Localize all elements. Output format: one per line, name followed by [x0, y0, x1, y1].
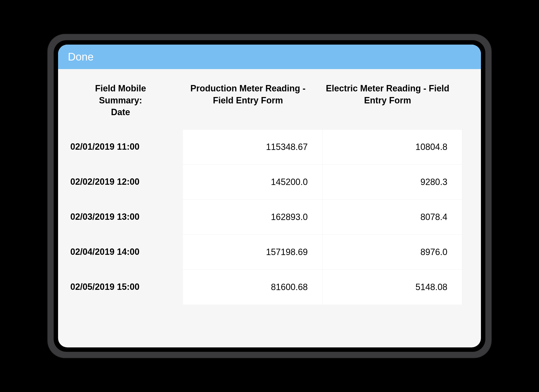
tablet-screen: Done Field Mobile Summary: Date Producti… — [58, 45, 481, 347]
navigation-bar: Done — [58, 45, 481, 69]
date-cell: 02/02/2019 12:00 — [58, 164, 183, 199]
electric-cell: 8976.0 — [323, 234, 462, 270]
header-date-line2: Summary: — [99, 95, 142, 105]
table-row[interactable]: 02/02/2019 12:00 145200.0 9280.3 — [58, 164, 481, 199]
table-header-row: Field Mobile Summary: Date Production Me… — [58, 69, 481, 129]
table-row[interactable]: 02/01/2019 11:00 115348.67 10804.8 — [58, 129, 481, 164]
table-body[interactable]: 02/01/2019 11:00 115348.67 10804.8 02/02… — [58, 129, 481, 347]
electric-cell: 9280.3 — [323, 164, 462, 199]
column-header-production: Production Meter Reading - Field Entry F… — [183, 83, 313, 106]
done-button[interactable]: Done — [68, 51, 94, 63]
date-cell: 02/01/2019 11:00 — [58, 129, 183, 164]
header-date-line3: Date — [111, 107, 130, 117]
column-header-date: Field Mobile Summary: Date — [65, 83, 176, 118]
tablet-bezel: Done Field Mobile Summary: Date Producti… — [54, 40, 485, 352]
table-row[interactable]: 02/04/2019 14:00 157198.69 8976.0 — [58, 234, 481, 270]
column-header-electric: Electric Meter Reading - Field Entry For… — [323, 83, 453, 106]
production-cell: 115348.67 — [183, 129, 323, 164]
production-cell: 162893.0 — [183, 199, 323, 234]
date-cell: 02/04/2019 14:00 — [58, 234, 183, 270]
electric-cell: 8078.4 — [323, 199, 462, 234]
electric-cell: 10804.8 — [323, 129, 462, 164]
electric-cell: 5148.08 — [323, 270, 462, 305]
production-cell: 145200.0 — [183, 164, 323, 199]
header-date-line1: Field Mobile — [95, 83, 146, 93]
table-row[interactable]: 02/03/2019 13:00 162893.0 8078.4 — [58, 199, 481, 234]
date-cell: 02/03/2019 13:00 — [58, 199, 183, 234]
production-cell: 81600.68 — [183, 270, 323, 305]
table-content: Field Mobile Summary: Date Production Me… — [58, 69, 481, 347]
tablet-device-frame: Done Field Mobile Summary: Date Producti… — [48, 34, 491, 358]
production-cell: 157198.69 — [183, 234, 323, 270]
table-row[interactable]: 02/05/2019 15:00 81600.68 5148.08 — [58, 270, 481, 305]
date-cell: 02/05/2019 15:00 — [58, 270, 183, 305]
